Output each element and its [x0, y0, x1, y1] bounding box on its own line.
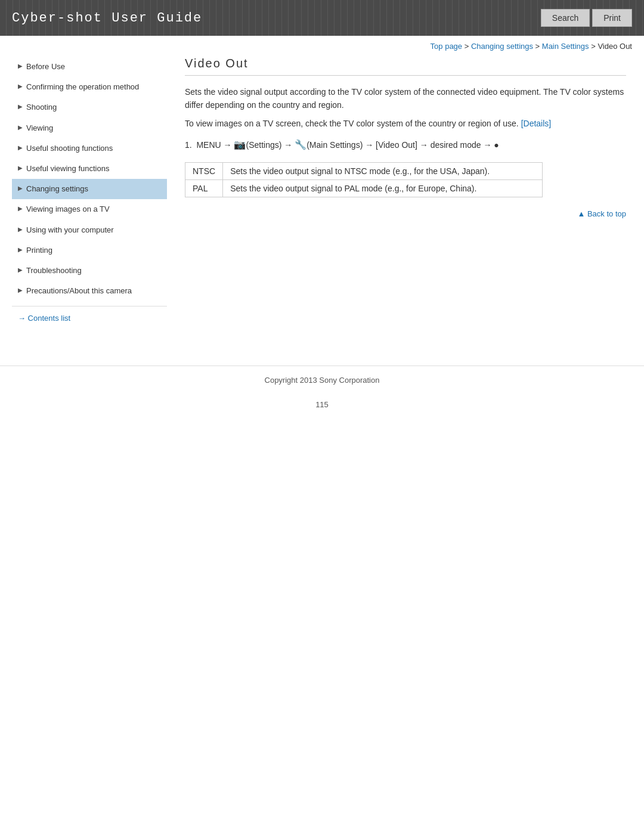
- sidebar-item-troubleshooting[interactable]: ▶Troubleshooting: [12, 261, 167, 281]
- sidebar: ▶Before Use▶Confirming the operation met…: [12, 57, 167, 330]
- chevron-right-icon: ▶: [18, 103, 23, 110]
- chevron-right-icon: ▶: [18, 267, 23, 273]
- sidebar-footer: → Contents list: [12, 306, 167, 330]
- back-to-top-link[interactable]: ▲ Back to top: [577, 209, 626, 218]
- breadcrumb-main-settings[interactable]: Main Settings: [542, 42, 589, 51]
- chevron-right-icon: ▶: [18, 83, 23, 89]
- sidebar-item-label: Shooting: [26, 102, 57, 113]
- chevron-right-icon: ▶: [18, 144, 23, 151]
- contents-list-link[interactable]: → Contents list: [18, 314, 70, 323]
- sidebar-item-label: Troubleshooting: [26, 265, 82, 276]
- description2: To view images on a TV screen, check the…: [185, 117, 626, 130]
- page-footer: Copyright 2013 Sony Corporation: [0, 366, 644, 394]
- sidebar-item-label: Viewing: [26, 123, 53, 134]
- page-title: Video Out: [185, 57, 626, 76]
- sidebar-item-label: Viewing images on a TV: [26, 204, 110, 215]
- search-button[interactable]: Search: [541, 9, 590, 27]
- chevron-right-icon: ▶: [18, 185, 23, 191]
- breadcrumb-top[interactable]: Top page: [431, 42, 463, 51]
- chevron-right-icon: ▶: [18, 226, 23, 233]
- chevron-right-icon: ▶: [18, 246, 23, 253]
- sidebar-item-label: Useful viewing functions: [26, 163, 109, 174]
- description1: Sets the video signal output according t…: [185, 85, 626, 112]
- breadcrumb-sep1: >: [462, 42, 471, 51]
- chevron-right-icon: ▶: [18, 124, 23, 131]
- print-button[interactable]: Print: [592, 9, 632, 27]
- sidebar-item-precautions[interactable]: ▶Precautions/About this camera: [12, 281, 167, 301]
- breadcrumb: Top page > Changing settings > Main Sett…: [0, 36, 644, 57]
- breadcrumb-changing-settings[interactable]: Changing settings: [471, 42, 533, 51]
- breadcrumb-sep2: >: [533, 42, 542, 51]
- description2-prefix: To view images on a TV screen, check the…: [185, 119, 519, 128]
- back-to-top: ▲ Back to top: [185, 209, 626, 218]
- site-title: Cyber-shot User Guide: [12, 11, 202, 26]
- sidebar-item-label: Confirming the operation method: [26, 82, 139, 92]
- sidebar-item-label: Printing: [26, 245, 52, 256]
- main-layout: ▶Before Use▶Confirming the operation met…: [0, 57, 644, 342]
- sidebar-item-using-computer[interactable]: ▶Using with your computer: [12, 220, 167, 240]
- instruction-text: 1. MENU → 📷(Settings) → 🔧(Main Settings)…: [185, 140, 499, 150]
- breadcrumb-sep3: >: [589, 42, 598, 51]
- copyright: Copyright 2013 Sony Corporation: [265, 376, 380, 385]
- chevron-right-icon: ▶: [18, 205, 23, 212]
- table-cell-label: PAL: [185, 179, 223, 197]
- sidebar-item-label: Using with your computer: [26, 225, 114, 236]
- settings-table: NTSCSets the video output signal to NTSC…: [185, 162, 543, 197]
- sidebar-item-label: Useful shooting functions: [26, 143, 113, 154]
- sidebar-item-before-use[interactable]: ▶Before Use: [12, 57, 167, 77]
- chevron-right-icon: ▶: [18, 287, 23, 293]
- sidebar-item-viewing-tv[interactable]: ▶Viewing images on a TV: [12, 199, 167, 219]
- header-buttons: Search Print: [541, 9, 632, 27]
- chevron-right-icon: ▶: [18, 63, 23, 69]
- table-row: PALSets the video output signal to PAL m…: [185, 179, 543, 197]
- sidebar-item-label: Precautions/About this camera: [26, 286, 132, 296]
- sidebar-item-confirming[interactable]: ▶Confirming the operation method: [12, 77, 167, 97]
- sidebar-nav: ▶Before Use▶Confirming the operation met…: [12, 57, 167, 301]
- page-number: 115: [0, 394, 644, 415]
- sidebar-item-shooting[interactable]: ▶Shooting: [12, 97, 167, 117]
- sidebar-item-useful-shooting[interactable]: ▶Useful shooting functions: [12, 138, 167, 159]
- instruction-line: 1. MENU → 📷(Settings) → 🔧(Main Settings)…: [185, 137, 626, 153]
- sidebar-item-viewing[interactable]: ▶Viewing: [12, 118, 167, 138]
- breadcrumb-current: Video Out: [597, 42, 632, 51]
- sidebar-item-label: Before Use: [26, 61, 65, 72]
- chevron-right-icon: ▶: [18, 165, 23, 171]
- sidebar-item-changing-settings[interactable]: ▶Changing settings: [12, 179, 167, 199]
- sidebar-item-printing[interactable]: ▶Printing: [12, 240, 167, 261]
- table-row: NTSCSets the video output signal to NTSC…: [185, 162, 543, 179]
- table-cell-label: NTSC: [185, 162, 223, 179]
- sidebar-item-label: Changing settings: [26, 184, 88, 194]
- header: Cyber-shot User Guide Search Print: [0, 0, 644, 36]
- table-cell-description: Sets the video output signal to PAL mode…: [223, 179, 543, 197]
- sidebar-item-useful-viewing[interactable]: ▶Useful viewing functions: [12, 159, 167, 179]
- main-content: Video Out Sets the video signal output a…: [179, 57, 632, 330]
- table-cell-description: Sets the video output signal to NTSC mod…: [223, 162, 543, 179]
- details-link[interactable]: [Details]: [521, 119, 552, 128]
